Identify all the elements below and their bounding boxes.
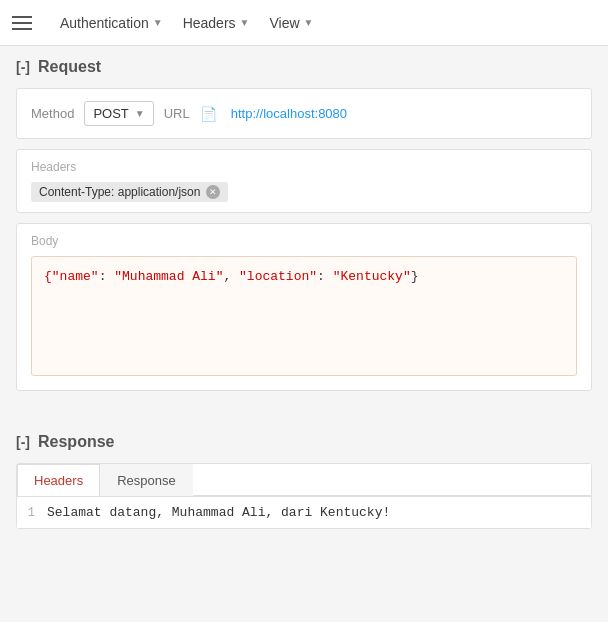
response-body: 1 Selamat datang, Muhammad Ali, dari Ken… bbox=[17, 496, 591, 528]
body-code-colon1: : bbox=[99, 269, 115, 284]
method-url-row: Method POST ▼ URL 📄 http://localhost:808… bbox=[31, 101, 577, 126]
response-toggle[interactable]: [-] bbox=[16, 434, 30, 450]
tab-response[interactable]: Response bbox=[100, 464, 193, 496]
request-section: [-] Request Method POST ▼ URL 📄 http://l… bbox=[0, 46, 608, 413]
nav-headers-chevron-icon: ▼ bbox=[240, 17, 250, 28]
headers-subsection-label: Headers bbox=[17, 150, 591, 174]
line-number-1: 1 bbox=[17, 505, 47, 520]
topnav: Authentication ▼ Headers ▼ View ▼ bbox=[0, 0, 608, 46]
header-tag-label: Content-Type: application/json bbox=[39, 185, 200, 199]
nav-headers-label: Headers bbox=[183, 15, 236, 31]
request-toggle[interactable]: [-] bbox=[16, 59, 30, 75]
response-tabs: Headers Response bbox=[17, 464, 591, 496]
nav-view-chevron-icon: ▼ bbox=[304, 17, 314, 28]
body-code-key-name: {"name" bbox=[44, 269, 99, 284]
body-code-comma1: , bbox=[223, 269, 239, 284]
method-chevron-icon: ▼ bbox=[135, 108, 145, 119]
nav-headers[interactable]: Headers ▼ bbox=[173, 0, 260, 45]
method-url-inner: Method POST ▼ URL 📄 http://localhost:808… bbox=[17, 89, 591, 138]
body-code-key-location: "location" bbox=[239, 269, 317, 284]
body-code-val-location: "Kentucky" bbox=[333, 269, 411, 284]
document-icon: 📄 bbox=[200, 106, 217, 122]
nav-authentication-label: Authentication bbox=[60, 15, 149, 31]
content-type-tag: Content-Type: application/json ✕ bbox=[31, 182, 228, 202]
request-title: Request bbox=[38, 58, 101, 76]
header-tag-close-icon[interactable]: ✕ bbox=[206, 185, 220, 199]
method-label: Method bbox=[31, 106, 74, 121]
response-title: Response bbox=[38, 433, 114, 451]
response-section-header: [-] Response bbox=[16, 433, 592, 451]
response-section: [-] Response Headers Response 1 Selamat … bbox=[0, 421, 608, 551]
response-line-1: 1 Selamat datang, Muhammad Ali, dari Ken… bbox=[17, 497, 591, 528]
tab-headers[interactable]: Headers bbox=[17, 464, 100, 496]
body-code-editor[interactable]: {"name": "Muhammad Ali", "location": "Ke… bbox=[31, 256, 577, 376]
method-url-card: Method POST ▼ URL 📄 http://localhost:808… bbox=[16, 88, 592, 139]
nav-authentication-chevron-icon: ▼ bbox=[153, 17, 163, 28]
method-value: POST bbox=[93, 106, 128, 121]
method-select[interactable]: POST ▼ bbox=[84, 101, 153, 126]
response-card: Headers Response 1 Selamat datang, Muham… bbox=[16, 463, 592, 529]
body-code-colon2: : bbox=[317, 269, 333, 284]
line-content-1: Selamat datang, Muhammad Ali, dari Kentu… bbox=[47, 505, 390, 520]
body-code-val-name: "Muhammad Ali" bbox=[114, 269, 223, 284]
nav-view-label: View bbox=[269, 15, 299, 31]
nav-authentication[interactable]: Authentication ▼ bbox=[50, 0, 173, 45]
tab-headers-label: Headers bbox=[34, 473, 83, 488]
body-card: Body {"name": "Muhammad Ali", "location"… bbox=[16, 223, 592, 391]
hamburger-menu[interactable] bbox=[12, 16, 32, 30]
tab-response-label: Response bbox=[117, 473, 176, 488]
header-tags-area: Content-Type: application/json ✕ bbox=[17, 182, 591, 212]
url-label: URL bbox=[164, 106, 190, 121]
body-subsection-label: Body bbox=[17, 224, 591, 248]
nav-view[interactable]: View ▼ bbox=[259, 0, 323, 45]
request-section-header: [-] Request bbox=[16, 58, 592, 76]
body-code-close: } bbox=[411, 269, 419, 284]
url-value[interactable]: http://localhost:8080 bbox=[231, 106, 347, 121]
headers-card: Headers Content-Type: application/json ✕ bbox=[16, 149, 592, 213]
